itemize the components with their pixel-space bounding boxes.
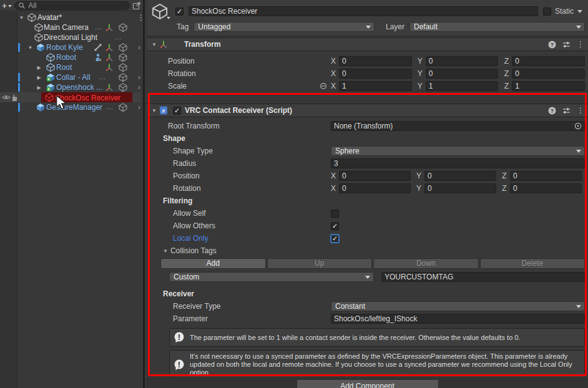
- shape-rotation-z-input[interactable]: [510, 183, 582, 193]
- foldout-closed-icon[interactable]: ▶: [36, 65, 42, 70]
- object-picker-icon[interactable]: [574, 122, 582, 130]
- collision-tag-dropdown[interactable]: Custom: [169, 272, 374, 282]
- info-bubble-icon: [174, 332, 185, 343]
- foldout-closed-icon[interactable]: ▶: [36, 85, 42, 90]
- hierarchy-item-shockosc-receiver[interactable]: ShockOsc Receiver: [0, 92, 141, 102]
- foldout-open-icon[interactable]: ▼: [163, 248, 168, 254]
- position-y-input[interactable]: [426, 56, 499, 66]
- foldout-open-icon[interactable]: ▼: [152, 42, 159, 47]
- inspector-bottom-bar: Add Component: [147, 377, 588, 388]
- radius-input[interactable]: [331, 158, 585, 168]
- chevron-right-icon[interactable]: ›: [138, 103, 140, 112]
- transform-axis-icon: [105, 83, 114, 92]
- static-checkbox[interactable]: [543, 7, 551, 16]
- position-label: Position: [168, 57, 195, 65]
- add-tag-button[interactable]: Add: [160, 258, 266, 269]
- axis-z-label: Z: [502, 184, 507, 193]
- visibility-eye-icon[interactable]: [2, 93, 11, 102]
- kebab-menu-icon[interactable]: ⋮: [137, 13, 145, 22]
- custom-tag-input[interactable]: [381, 272, 585, 282]
- help-icon[interactable]: [548, 107, 556, 115]
- item-label: Collar - All: [56, 73, 91, 82]
- help-icon[interactable]: [548, 41, 556, 49]
- local-only-checkbox[interactable]: [331, 235, 339, 243]
- create-button[interactable]: +: [2, 1, 12, 11]
- foldout-closed-icon[interactable]: ▶: [36, 75, 42, 80]
- rotation-z-input[interactable]: [512, 69, 585, 79]
- allow-others-checkbox[interactable]: [331, 222, 339, 230]
- shape-position-x-input[interactable]: [339, 171, 411, 181]
- rotation-y-input[interactable]: [426, 69, 499, 79]
- gameobject-cube-icon[interactable]: [152, 3, 170, 19]
- gameobject-icon: [27, 13, 36, 22]
- allow-others-label: Allow Others: [173, 221, 215, 230]
- chevron-right-icon[interactable]: ›: [138, 73, 140, 82]
- parameter-input[interactable]: [331, 314, 585, 324]
- hierarchy-item-gesturemanager[interactable]: GestureManager ... ›: [0, 102, 141, 112]
- receiver-type-dropdown[interactable]: Constant: [331, 301, 585, 311]
- hierarchy-item-avatar[interactable]: ▼ Avatar* ⋮: [0, 12, 141, 22]
- chevron-down-icon: [366, 26, 371, 29]
- shape-rotation-y-input[interactable]: [424, 183, 496, 193]
- vrc-contact-receiver-header[interactable]: ▼ VRC Contact Receiver (Script) ⋮: [147, 104, 588, 117]
- chevron-right-icon[interactable]: ›: [138, 43, 140, 52]
- root-transform-object-field[interactable]: None (Transform): [331, 121, 585, 131]
- pickability-hand-icon[interactable]: [10, 93, 19, 102]
- radius-label: Radius: [173, 159, 196, 168]
- ellipsis-icon: ...: [99, 73, 106, 82]
- chevron-down-icon: [576, 150, 581, 153]
- search-icon: [18, 2, 26, 9]
- delete-button[interactable]: Delete: [480, 258, 586, 269]
- hierarchy-item-robot-kyle[interactable]: ▼ Robot Kyle ›: [0, 42, 141, 52]
- search-input[interactable]: All: [14, 1, 130, 10]
- kebab-menu-icon[interactable]: ⋮: [577, 40, 584, 49]
- foldout-open-icon[interactable]: ▼: [152, 108, 159, 114]
- link-scale-icon[interactable]: [320, 82, 327, 90]
- tag-dropdown[interactable]: Untagged: [194, 22, 375, 32]
- gameobject-header: Static Tag Untagged Layer Default: [147, 0, 588, 36]
- down-button[interactable]: Down: [373, 258, 479, 269]
- cube-icon: [119, 83, 127, 92]
- active-checkbox[interactable]: [175, 7, 184, 16]
- up-button[interactable]: Up: [267, 258, 373, 269]
- item-label: GestureManager: [46, 103, 102, 112]
- shape-position-y-input[interactable]: [424, 171, 496, 181]
- hierarchy-item-robot[interactable]: Robot: [0, 52, 141, 62]
- root-transform-row: Root Transform None (Transform): [147, 120, 588, 132]
- hierarchy-item-openshock[interactable]: ▶ Openshock ... ›: [0, 82, 141, 92]
- hierarchy-item-root[interactable]: ▶ Root: [0, 62, 141, 72]
- popout-window-icon[interactable]: [132, 1, 141, 10]
- hierarchy-item-main-camera[interactable]: Main Camera ...: [0, 22, 141, 32]
- foldout-open-icon[interactable]: ▼: [27, 45, 33, 51]
- scale-y-input[interactable]: [426, 81, 499, 91]
- position-z-input[interactable]: [512, 56, 585, 66]
- allow-self-checkbox[interactable]: [331, 210, 339, 218]
- layer-dropdown[interactable]: Default: [409, 22, 585, 32]
- transform-header[interactable]: ▼ Transform ⋮: [147, 37, 588, 51]
- rotation-x-input[interactable]: [339, 69, 412, 79]
- scale-x-input[interactable]: [339, 81, 412, 91]
- chevron-right-icon[interactable]: ›: [138, 83, 140, 92]
- collision-tags-row[interactable]: ▼ Collision Tags: [147, 245, 588, 257]
- hierarchy-item-collar-all[interactable]: ▶ Collar - All ... ›: [0, 72, 141, 82]
- shape-position-z-input[interactable]: [510, 171, 582, 181]
- foldout-open-icon[interactable]: ▼: [19, 15, 24, 21]
- presets-icon[interactable]: [562, 107, 571, 115]
- gameobject-name-input[interactable]: [189, 6, 538, 16]
- kebab-menu-icon[interactable]: ⋮: [577, 106, 584, 115]
- position-x-input[interactable]: [339, 56, 412, 66]
- chevron-down-icon[interactable]: [577, 10, 582, 13]
- shape-type-dropdown[interactable]: Sphere: [331, 146, 585, 156]
- hierarchy-item-directional-light[interactable]: Directional Light ...: [0, 32, 141, 42]
- transform-axis-icon: [105, 23, 114, 32]
- prefab-override-bar: [18, 73, 20, 82]
- help-text: The parameter will be set to 1 while a c…: [190, 334, 521, 342]
- scale-z-input[interactable]: [512, 81, 585, 91]
- add-component-button[interactable]: Add Component: [296, 379, 439, 388]
- component-enabled-checkbox[interactable]: [173, 107, 181, 115]
- axis-y-label: Y: [418, 82, 423, 90]
- shape-rotation-label: Rotation: [173, 184, 201, 193]
- shape-rotation-x-input[interactable]: [339, 183, 411, 193]
- presets-icon[interactable]: [562, 41, 571, 49]
- item-label: Openshock ...: [56, 83, 102, 92]
